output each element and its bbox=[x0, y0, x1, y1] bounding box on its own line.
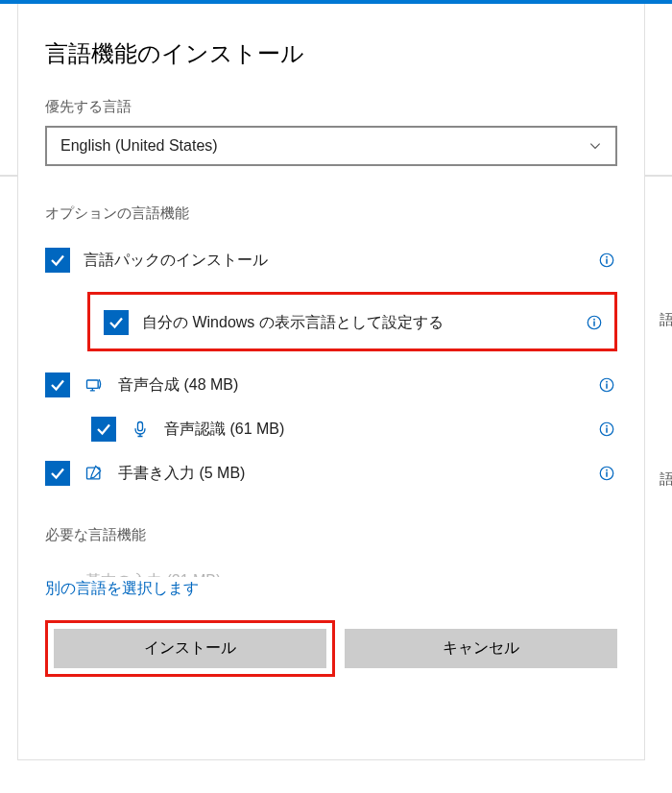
svg-rect-17 bbox=[606, 472, 608, 477]
background-text: 語 bbox=[660, 470, 672, 489]
abc-icon: abc bbox=[45, 576, 70, 578]
svg-point-4 bbox=[593, 319, 595, 321]
highlight-set-display-language: 自分の Windows の表示言語として設定する bbox=[87, 292, 617, 351]
option-label: 自分の Windows の表示言語として設定する bbox=[142, 313, 444, 333]
info-icon[interactable] bbox=[598, 421, 615, 438]
info-icon[interactable] bbox=[598, 376, 615, 394]
svg-rect-2 bbox=[606, 259, 608, 264]
option-label: 言語パックのインストール bbox=[84, 251, 268, 271]
install-button[interactable]: インストール bbox=[54, 629, 326, 668]
svg-point-1 bbox=[606, 256, 608, 258]
microphone-icon bbox=[130, 419, 151, 440]
option-handwriting: 手書き入力 (5 MB) bbox=[45, 461, 617, 486]
svg-rect-10 bbox=[138, 422, 143, 431]
svg-point-12 bbox=[606, 425, 608, 427]
preferred-language-label: 優先する言語 bbox=[45, 98, 617, 116]
svg-rect-13 bbox=[606, 428, 608, 433]
required-label: 基本の入力 (21 MB) bbox=[85, 571, 221, 577]
required-features-label: 必要な言語機能 bbox=[45, 526, 617, 544]
svg-point-8 bbox=[606, 381, 608, 383]
checkbox-language-pack[interactable] bbox=[45, 248, 70, 273]
option-set-display-language: 自分の Windows の表示言語として設定する bbox=[100, 310, 605, 335]
svg-rect-6 bbox=[87, 380, 99, 388]
info-icon[interactable] bbox=[598, 465, 615, 482]
svg-point-16 bbox=[606, 469, 608, 471]
info-icon[interactable] bbox=[586, 314, 603, 331]
cancel-button[interactable]: キャンセル bbox=[345, 629, 617, 668]
background-text: 語 bbox=[660, 311, 672, 329]
checkbox-set-display-language[interactable] bbox=[104, 310, 129, 335]
option-label: 音声認識 (61 MB) bbox=[164, 420, 284, 440]
install-language-dialog: 言語機能のインストール 優先する言語 English (United State… bbox=[17, 4, 645, 760]
language-select[interactable]: English (United States) bbox=[45, 126, 617, 166]
option-tts: 音声合成 (48 MB) bbox=[45, 372, 617, 397]
choose-another-language-link[interactable]: 別の言語を選択します bbox=[45, 579, 617, 599]
checkbox-tts[interactable] bbox=[45, 372, 70, 397]
window: 語 語 言語機能のインストール 優先する言語 English (United S… bbox=[0, 4, 672, 793]
highlight-install-button: インストール bbox=[45, 620, 335, 677]
chevron-down-icon bbox=[588, 139, 602, 153]
required-basic-typing: abc 基本の入力 (21 MB) bbox=[45, 571, 617, 577]
handwriting-icon bbox=[84, 463, 105, 484]
dialog-title: 言語機能のインストール bbox=[45, 38, 617, 69]
optional-features-label: オプションの言語機能 bbox=[45, 204, 617, 223]
option-speech-recognition: 音声認識 (61 MB) bbox=[45, 417, 617, 442]
svg-rect-5 bbox=[593, 322, 595, 326]
required-features-section: 必要な言語機能 abc 基本の入力 (21 MB) bbox=[45, 526, 617, 577]
divider bbox=[0, 175, 17, 177]
option-label: 音声合成 (48 MB) bbox=[118, 375, 238, 396]
dialog-buttons: インストール キャンセル bbox=[45, 620, 617, 677]
selected-language-value: English (United States) bbox=[60, 137, 218, 155]
svg-rect-9 bbox=[606, 384, 608, 389]
option-language-pack: 言語パックのインストール bbox=[45, 248, 617, 273]
divider bbox=[645, 175, 672, 177]
checkbox-handwriting[interactable] bbox=[45, 461, 70, 486]
info-icon[interactable] bbox=[598, 252, 615, 269]
tts-icon bbox=[84, 374, 105, 396]
option-label: 手書き入力 (5 MB) bbox=[118, 464, 245, 484]
checkbox-speech-recognition[interactable] bbox=[91, 417, 116, 442]
